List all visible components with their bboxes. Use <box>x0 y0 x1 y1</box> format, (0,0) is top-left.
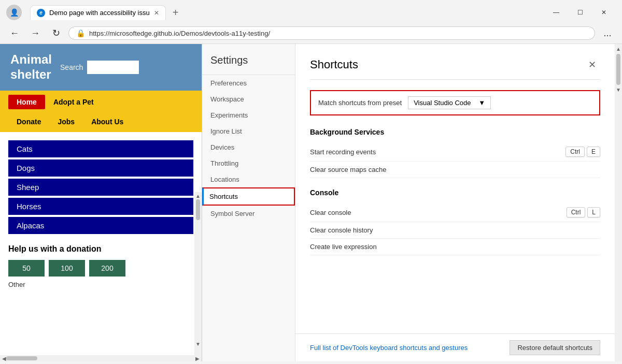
preset-value: Visual Studio Code <box>414 99 471 107</box>
sidebar-item-workspace[interactable]: Workspace <box>202 91 295 107</box>
shortcut-label-live-expression: Create live expression <box>310 243 377 251</box>
website-panel: Animal shelter Search Home Adopt a Pet D… <box>0 44 202 361</box>
settings-close-button[interactable]: ✕ <box>584 56 600 73</box>
sidebar-item-symbol-server[interactable]: Symbol Server <box>202 206 295 222</box>
preset-selector: Match shortcuts from preset Visual Studi… <box>310 90 600 115</box>
background-services-section: Background Services Start recording even… <box>310 128 600 178</box>
sidebar-item-preferences[interactable]: Preferences <box>202 75 295 91</box>
refresh-button[interactable]: ↻ <box>48 25 64 41</box>
tab-bar: Demo page with accessibility issu ✕ + <box>26 5 540 20</box>
key-ctrl-l: Ctrl <box>567 207 586 217</box>
back-button[interactable]: ← <box>6 25 23 41</box>
sidebar-item-shortcuts[interactable]: Shortcuts <box>202 187 295 206</box>
window-controls: — ☐ ✕ <box>544 4 616 21</box>
restore-defaults-button[interactable]: Restore default shortcuts <box>510 340 600 355</box>
sidebar-item-ignore-list[interactable]: Ignore List <box>202 123 295 139</box>
url-display: https://microsoftedge.github.io/Demos/de… <box>89 30 587 37</box>
search-area: Search <box>60 61 139 74</box>
scroll-down-arrow[interactable]: ▼ <box>194 341 202 347</box>
website-content: Cats Dogs Sheep Horses Alpacas Help us w… <box>0 132 202 297</box>
sub-nav-donate[interactable]: Donate <box>8 115 49 128</box>
shortcut-label-clear-source: Clear source maps cache <box>310 166 386 173</box>
list-item[interactable]: Horses <box>8 198 193 215</box>
browser-chrome: 👤 Demo page with accessibility issu ✕ + … <box>0 0 622 44</box>
shortcut-row-start-recording: Start recording events Ctrl E <box>310 142 600 162</box>
list-item[interactable]: Alpacas <box>8 217 193 234</box>
sub-nav-jobs[interactable]: Jobs <box>49 115 83 128</box>
settings-scroll-down[interactable]: ▼ <box>616 87 621 93</box>
close-button[interactable]: ✕ <box>592 4 616 21</box>
settings-sidebar: Settings Preferences Workspace Experimen… <box>202 44 295 361</box>
horizontal-scrollbar[interactable]: ◀ ▶ <box>0 355 202 361</box>
nav-item-home[interactable]: Home <box>8 95 45 109</box>
search-input[interactable] <box>87 61 139 74</box>
navigation-bar: ← → ↻ 🔒 https://microsoftedge.github.io/… <box>0 23 622 44</box>
devtools-settings: Settings Preferences Workspace Experimen… <box>202 44 622 361</box>
key-ctrl: Ctrl <box>566 147 585 157</box>
console-section-title: Console <box>310 188 600 197</box>
settings-title: Settings <box>202 44 295 75</box>
list-item[interactable]: Cats <box>8 140 193 157</box>
sidebar-item-experiments[interactable]: Experiments <box>202 107 295 123</box>
shortcut-row-clear-history: Clear console history <box>310 222 600 239</box>
forward-button[interactable]: → <box>27 25 44 41</box>
background-services-title: Background Services <box>310 128 600 136</box>
shortcut-keys-clear-console: Ctrl L <box>567 207 600 217</box>
list-item[interactable]: Dogs <box>8 159 193 177</box>
profile-icon[interactable]: 👤 <box>6 5 22 20</box>
site-title: Animal shelter <box>10 52 52 82</box>
shortcut-row-live-expression: Create live expression <box>310 239 600 255</box>
hscroll-thumb[interactable] <box>6 356 37 360</box>
footer-shortcuts-link[interactable]: Full list of DevTools keyboard shortcuts… <box>310 344 468 352</box>
shortcut-row-clear-console: Clear console Ctrl L <box>310 203 600 222</box>
scroll-up-arrow[interactable]: ▲ <box>194 192 202 199</box>
maximize-button[interactable]: ☐ <box>568 4 592 21</box>
lock-icon: 🔒 <box>76 29 85 37</box>
sub-nav-about[interactable]: About Us <box>83 115 132 128</box>
sidebar-item-throttling[interactable]: Throttling <box>202 155 295 171</box>
website-header: Animal shelter Search <box>0 44 202 91</box>
animal-list: Cats Dogs Sheep Horses Alpacas <box>8 140 193 234</box>
search-label: Search <box>60 63 83 71</box>
site-nav-sub: Donate Jobs About Us <box>0 113 202 132</box>
shortcut-label-clear-history: Clear console history <box>310 226 373 234</box>
sidebar-item-locations[interactable]: Locations <box>202 171 295 187</box>
settings-vertical-scrollbar[interactable]: ▲ ▼ <box>615 44 622 361</box>
tab-close-button[interactable]: ✕ <box>154 9 159 17</box>
title-bar: 👤 Demo page with accessibility issu ✕ + … <box>0 0 622 23</box>
scroll-thumb[interactable] <box>196 199 200 220</box>
settings-page-title: Shortcuts <box>310 58 358 71</box>
browser-menu-button[interactable]: ... <box>599 25 616 41</box>
tab-title: Demo page with accessibility issu <box>49 9 150 17</box>
active-tab[interactable]: Demo page with accessibility issu ✕ <box>30 5 166 20</box>
main-content-area: Animal shelter Search Home Adopt a Pet D… <box>0 44 622 361</box>
preset-label: Match shortcuts from preset <box>318 99 402 107</box>
donation-200[interactable]: 200 <box>89 260 125 276</box>
settings-content: Shortcuts ✕ Match shortcuts from preset … <box>295 44 615 333</box>
donation-section: Help us with a donation 50 100 200 Other <box>8 244 193 288</box>
preset-dropdown[interactable]: Visual Studio Code ▼ <box>408 96 491 109</box>
vertical-scrollbar[interactable]: ▲ ▼ <box>194 192 202 355</box>
donation-amounts: 50 100 200 <box>8 260 193 276</box>
minimize-button[interactable]: — <box>544 4 568 21</box>
settings-content-wrapper: Shortcuts ✕ Match shortcuts from preset … <box>295 44 615 361</box>
other-label: Other <box>8 281 193 288</box>
nav-item-adopt[interactable]: Adopt a Pet <box>45 95 102 109</box>
donation-50[interactable]: 50 <box>8 260 45 276</box>
console-section: Console Clear console Ctrl L Clear conso… <box>310 188 600 255</box>
hscroll-left-arrow[interactable]: ◀ <box>2 356 6 361</box>
list-item[interactable]: Sheep <box>8 179 193 196</box>
tab-favicon <box>37 9 45 17</box>
shortcut-row-clear-source: Clear source maps cache <box>310 162 600 178</box>
shortcut-label-clear-console: Clear console <box>310 209 351 216</box>
new-tab-button[interactable]: + <box>168 5 183 20</box>
address-bar[interactable]: 🔒 https://microsoftedge.github.io/Demos/… <box>68 26 595 40</box>
sidebar-item-devices[interactable]: Devices <box>202 139 295 155</box>
devtools-panel: Settings Preferences Workspace Experimen… <box>202 44 622 361</box>
settings-scroll-up[interactable]: ▲ <box>616 46 621 52</box>
donation-100[interactable]: 100 <box>49 260 85 276</box>
settings-scroll-thumb[interactable] <box>616 54 620 85</box>
key-l: L <box>587 207 600 217</box>
hscroll-right-arrow[interactable]: ▶ <box>195 356 200 361</box>
key-e: E <box>587 147 600 157</box>
